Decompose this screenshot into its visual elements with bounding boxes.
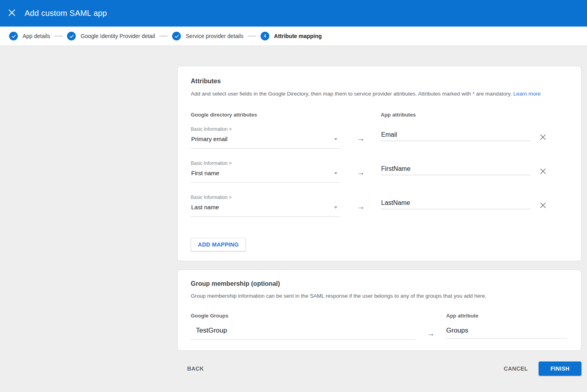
- app-attribute-field: [381, 195, 531, 209]
- finish-button[interactable]: FINISH: [539, 361, 581, 376]
- attribute-category-label: Basic Information >: [191, 195, 341, 201]
- chevron-down-icon: ▼: [333, 205, 338, 209]
- google-attribute-select-last-name[interactable]: Basic Information > Last name ▼: [191, 195, 341, 217]
- close-icon: [8, 9, 15, 17]
- group-app-attribute-field: [446, 324, 567, 338]
- remove-mapping-button[interactable]: [540, 201, 549, 210]
- mapping-row-primary-email: Basic Information > Primary email ▼ →: [191, 126, 568, 161]
- step-separator: [54, 36, 63, 36]
- remove-mapping-button[interactable]: [540, 167, 549, 176]
- group-app-attribute-input[interactable]: [446, 324, 567, 338]
- remove-mapping-button[interactable]: [540, 133, 549, 142]
- back-button[interactable]: BACK: [187, 365, 204, 372]
- attributes-card-title: Attributes: [191, 66, 568, 86]
- step-number-icon: 4: [261, 32, 269, 40]
- cancel-button[interactable]: CANCEL: [504, 365, 528, 372]
- step-separator: [159, 36, 168, 36]
- group-membership-card: Group membership (optional) Group member…: [177, 270, 581, 351]
- main-content: Attributes Add and select user fields in…: [0, 46, 587, 376]
- chevron-down-icon: ▼: [333, 171, 338, 175]
- group-membership-title: Group membership (optional): [191, 270, 568, 288]
- app-attribute-field: [381, 161, 531, 175]
- remove-icon: [540, 134, 546, 142]
- step-label: Service provider details: [186, 33, 244, 39]
- app-attribute-header: App attribute: [446, 313, 478, 319]
- add-mapping-button[interactable]: ADD MAPPING: [191, 238, 246, 251]
- step-service-provider-details: Service provider details: [172, 32, 244, 40]
- attributes-columns-header: Google directory attributes App attribut…: [191, 112, 568, 118]
- group-membership-description: Group membership information can be sent…: [191, 293, 568, 300]
- selected-google-attribute: Primary email: [191, 135, 228, 143]
- close-button[interactable]: [5, 6, 19, 21]
- attributes-card-description: Add and select user fields in the Google…: [191, 90, 568, 98]
- app-attribute-input-lastname[interactable]: [381, 199, 531, 209]
- app-attributes-header: App attributes: [381, 112, 416, 118]
- attribute-category-label: Basic Information >: [191, 126, 341, 132]
- step-separator: [248, 36, 256, 36]
- wizard-stepper: App details Google Identity Provider det…: [0, 27, 587, 46]
- chevron-down-icon: ▼: [333, 137, 338, 141]
- google-groups-input[interactable]: [191, 324, 416, 340]
- step-identity-provider-details: Google Identity Provider details: [67, 32, 155, 40]
- step-complete-check-icon: [67, 32, 76, 40]
- mapping-arrow-icon: →: [341, 126, 381, 143]
- step-complete-check-icon: [172, 32, 181, 40]
- dialog-header: Add custom SAML app: [0, 0, 587, 27]
- mapping-rows: Basic Information > Primary email ▼ →: [191, 126, 568, 229]
- google-groups-header: Google Groups: [191, 313, 446, 319]
- selected-google-attribute: First name: [191, 169, 219, 177]
- selected-google-attribute: Last name: [191, 203, 219, 211]
- google-attribute-select-primary-email[interactable]: Basic Information > Primary email ▼: [191, 126, 341, 149]
- group-columns-header: Google Groups App attribute: [191, 313, 568, 319]
- group-mapping-row: →: [191, 324, 568, 340]
- google-attribute-select-first-name[interactable]: Basic Information > First name ▼: [191, 161, 341, 183]
- attributes-card: Attributes Add and select user fields in…: [177, 66, 581, 261]
- step-complete-check-icon: [9, 32, 18, 40]
- step-label: Google Identity Provider details: [81, 33, 155, 39]
- mapping-row-first-name: Basic Information > First name ▼ →: [191, 161, 568, 195]
- google-directory-attributes-header: Google directory attributes: [191, 112, 381, 118]
- mapping-arrow-icon: →: [341, 195, 381, 211]
- google-groups-field: [191, 324, 416, 340]
- mapping-arrow-icon: →: [416, 324, 446, 338]
- mapping-row-last-name: Basic Information > Last name ▼ →: [191, 195, 568, 229]
- step-label: App details: [23, 33, 50, 39]
- step-app-details: App details: [9, 32, 50, 40]
- app-attribute-input-firstname[interactable]: [381, 165, 531, 175]
- app-attribute-field: [381, 126, 531, 141]
- footer-actions: BACK CANCEL FINISH: [177, 361, 581, 376]
- remove-icon: [540, 168, 546, 176]
- step-attribute-mapping: 4 Attribute mapping: [261, 32, 322, 40]
- attribute-category-label: Basic Information >: [191, 161, 341, 166]
- step-label: Attribute mapping: [274, 33, 322, 39]
- learn-more-link[interactable]: Learn more: [513, 91, 541, 97]
- remove-icon: [540, 202, 546, 210]
- app-attribute-input-email[interactable]: [381, 131, 531, 141]
- page-title: Add custom SAML app: [25, 9, 107, 18]
- mapping-arrow-icon: →: [341, 161, 381, 177]
